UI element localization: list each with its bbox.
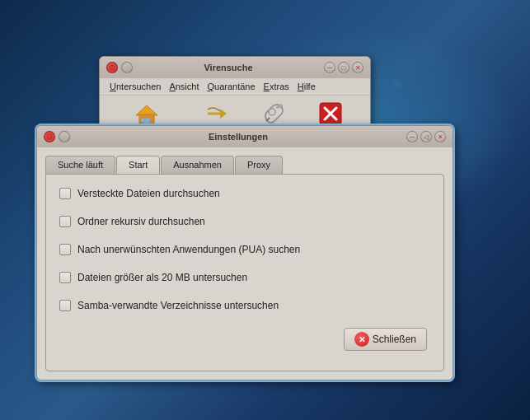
svg-marker-6: [220, 109, 227, 119]
wrench-icon: [260, 100, 287, 127]
svg-marker-1: [136, 105, 157, 115]
tab-proxy[interactable]: Proxy: [235, 156, 283, 174]
settings-close-btn[interactable]: [44, 131, 55, 142]
settings-prev-btn[interactable]: ◁: [420, 131, 432, 142]
settings-window: Einstellungen ─ ◁ ✕ Suche läuft Start Au…: [36, 125, 453, 380]
close-window-btn[interactable]: [106, 62, 118, 73]
checkbox-row-versteckte: Versteckte Dateien durchsuchen: [59, 188, 430, 199]
house-icon: [134, 100, 160, 127]
arrow-icon: [203, 100, 229, 127]
virensuche-title: Virensuche: [133, 63, 324, 72]
menu-untersuchen[interactable]: Untersuchen: [106, 80, 164, 93]
menu-ansicht[interactable]: Ansicht: [166, 80, 202, 93]
checkbox-versteckte-dateien[interactable]: [59, 188, 71, 199]
virensuche-titlebar: Virensuche ─ □ ✕: [100, 57, 370, 78]
tab-start[interactable]: Start: [116, 156, 160, 174]
schliessen-label: Schließen: [373, 334, 416, 345]
checkbox-ordner-rekursiv[interactable]: [59, 216, 71, 227]
tab-suche-laeuft[interactable]: Suche läuft: [45, 156, 115, 174]
minimize-btn[interactable]: [121, 62, 133, 73]
svg-point-12: [47, 134, 52, 139]
close-right-btn[interactable]: ✕: [352, 62, 363, 73]
settings-tab-panel: Versteckte Dateien durchsuchen Ordner re…: [45, 174, 444, 371]
checkbox-dateien-label: Dateien größer als 20 MB untersuchen: [77, 272, 247, 283]
checkbox-dateien-groesser[interactable]: [59, 272, 71, 283]
checkbox-pua-label: Nach unerwünschten Anwendungen (PUA) suc…: [77, 244, 300, 255]
checkbox-row-pua: Nach unerwünschten Anwendungen (PUA) suc…: [59, 244, 430, 255]
schliessen-icon: ✕: [354, 332, 369, 347]
checkbox-row-dateien: Dateien größer als 20 MB untersuchen: [59, 272, 430, 283]
minimize-right-btn[interactable]: ─: [324, 62, 335, 73]
tab-ausnahmen[interactable]: Ausnahmen: [161, 156, 234, 174]
menu-extras[interactable]: Extras: [260, 80, 293, 93]
schliessen-button[interactable]: ✕ Schließen: [344, 328, 427, 351]
svg-line-8: [266, 118, 270, 121]
close-icon: [109, 64, 115, 71]
window-controls-right: ─ □ ✕: [324, 62, 363, 73]
window-controls-left: [106, 62, 133, 73]
settings-titlebar: Einstellungen ─ ◁ ✕: [37, 126, 453, 147]
checkbox-row-ordner: Ordner rekursiv durchsuchen: [59, 216, 430, 227]
settings-window-controls-right: ─ ◁ ✕: [406, 131, 446, 142]
svg-point-0: [110, 65, 115, 70]
menu-hilfe[interactable]: Hilfe: [294, 80, 319, 93]
svg-rect-4: [141, 119, 144, 122]
checkbox-versteckte-label: Versteckte Dateien durchsuchen: [77, 188, 220, 199]
checkbox-row-samba: Samba-verwandte Verzeichnisse untersuche…: [59, 300, 430, 311]
checkbox-samba-label: Samba-verwandte Verzeichnisse untersuche…: [77, 300, 279, 311]
settings-tabs: Suche läuft Start Ausnahmen Proxy: [45, 156, 444, 174]
settings-close-icon: [46, 133, 53, 140]
settings-minimize-btn[interactable]: [59, 131, 70, 142]
button-row: ✕ Schließen: [59, 328, 430, 351]
checkbox-ordner-label: Ordner rekursiv durchsuchen: [77, 216, 205, 227]
settings-title: Einstellungen: [70, 132, 406, 142]
checkbox-samba[interactable]: [59, 300, 71, 311]
settings-collapse-btn[interactable]: ─: [406, 131, 418, 142]
settings-content: Suche läuft Start Ausnahmen Proxy Verste…: [37, 147, 453, 380]
menu-quarantaene[interactable]: Quarantäne: [204, 80, 258, 93]
settings-close-right-btn[interactable]: ✕: [434, 131, 446, 142]
exit-icon: [317, 100, 344, 127]
virensuche-menubar: Untersuchen Ansicht Quarantäne Extras Hi…: [100, 78, 370, 96]
checkbox-pua[interactable]: [59, 244, 71, 255]
maximize-right-btn[interactable]: □: [338, 62, 349, 73]
settings-window-controls-left: [44, 131, 70, 142]
svg-point-7: [269, 109, 275, 115]
